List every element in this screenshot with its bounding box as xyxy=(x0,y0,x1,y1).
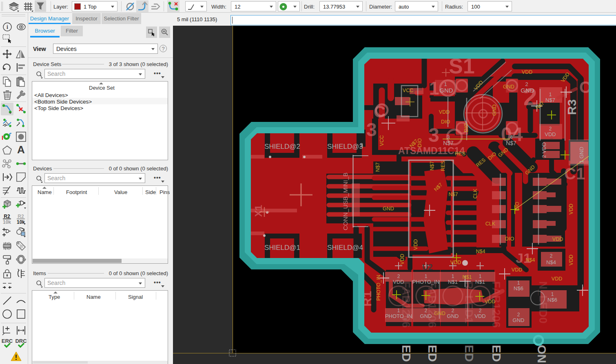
svg-text:N$1: N$1 xyxy=(463,274,472,280)
svg-text:2 VDD: 2 VDD xyxy=(541,142,547,158)
svg-text:1 GND: 1 GND xyxy=(578,147,585,163)
svg-text:FAB1206: FAB1206 xyxy=(490,281,502,328)
svg-text:VCC: VCC xyxy=(379,135,385,146)
svg-text:VDD: VDD xyxy=(522,69,532,75)
svg-text:ED: ED xyxy=(490,345,503,362)
svg-text:GND: GND xyxy=(521,87,534,94)
svg-text:U2: U2 xyxy=(422,263,433,271)
svg-text:GND: GND xyxy=(503,84,514,90)
svg-text:GND: GND xyxy=(492,104,497,116)
svg-text:1: 1 xyxy=(397,308,400,313)
svg-text:N$7: N$7 xyxy=(545,97,555,103)
svg-text:CLK: CLK xyxy=(485,221,496,227)
svg-text:R_LED1: R_LED1 xyxy=(463,281,475,324)
svg-text:1: 1 xyxy=(551,291,554,297)
svg-text:PHOTO_IN: PHOTO_IN xyxy=(376,275,381,301)
svg-text:VDD: VDD xyxy=(399,254,405,265)
svg-text:2: 2 xyxy=(550,253,553,259)
svg-text:VDD: VDD xyxy=(450,260,461,265)
svg-text:2: 2 xyxy=(517,312,520,318)
svg-text:ERC: ERC xyxy=(2,338,13,344)
svg-text:SHIELD@2: SHIELD@2 xyxy=(264,143,300,150)
svg-text:VDD: VDD xyxy=(568,204,574,214)
svg-text:N$7: N$7 xyxy=(375,162,381,172)
svg-text:VCC: VCC xyxy=(403,88,413,93)
svg-text:GND: GND xyxy=(447,313,459,319)
svg-text:SHIELD@4: SHIELD@4 xyxy=(327,244,363,251)
svg-text:R2: R2 xyxy=(18,214,24,219)
svg-text:DIO: DIO xyxy=(505,236,514,242)
svg-text:1: 1 xyxy=(517,280,520,286)
svg-text:1: 1 xyxy=(452,274,454,279)
svg-text:CONN_USB_MINI_B: CONN_USB_MINI_B xyxy=(342,172,349,230)
svg-text:VDD: VDD xyxy=(552,236,563,242)
svg-text:ED: ED xyxy=(400,345,413,362)
svg-text:SHIELD@1: SHIELD@1 xyxy=(264,244,300,251)
svg-text:RES: RES xyxy=(440,161,446,171)
svg-text:R3: R3 xyxy=(565,99,578,115)
svg-text:DIO: DIO xyxy=(441,119,450,125)
svg-text:DIO: DIO xyxy=(463,123,469,132)
svg-text:DIO: DIO xyxy=(514,202,520,211)
svg-text:C1: C1 xyxy=(564,165,585,183)
svg-text:N$7: N$7 xyxy=(429,161,435,170)
svg-text:N$1: N$1 xyxy=(448,279,458,285)
svg-text:FAB1206: FAB1206 xyxy=(400,281,412,328)
svg-text:N$7: N$7 xyxy=(506,140,516,146)
svg-text:VDD: VDD xyxy=(439,109,450,115)
svg-text:FAB1206: FAB1206 xyxy=(426,281,438,328)
svg-text:ON: ON xyxy=(535,345,549,363)
svg-text:VDD: VDD xyxy=(568,255,574,265)
svg-text:GND: GND xyxy=(439,87,453,94)
svg-text:VDD: VDD xyxy=(413,239,419,250)
svg-text:3: 3 xyxy=(447,134,450,140)
svg-text:1: 1 xyxy=(444,81,447,87)
svg-text:N$4: N$4 xyxy=(476,249,485,254)
svg-text:2: 2 xyxy=(479,308,482,313)
svg-text:VDD: VDD xyxy=(512,267,522,273)
svg-text:DRC: DRC xyxy=(16,338,27,344)
svg-text:N$7: N$7 xyxy=(449,192,458,197)
svg-text:2: 2 xyxy=(525,81,528,87)
svg-text:3: 3 xyxy=(428,124,439,146)
svg-text:2: 2 xyxy=(397,274,400,279)
svg-text:N$6: N$6 xyxy=(514,285,523,291)
svg-text:10k: 10k xyxy=(3,219,11,225)
svg-text:VDD: VDD xyxy=(474,313,485,319)
svg-text:i: i xyxy=(7,24,8,30)
svg-text:VDD: VDD xyxy=(552,276,562,282)
svg-text:1: 1 xyxy=(549,92,552,97)
svg-text:1: 1 xyxy=(429,78,439,98)
svg-text:N$1: N$1 xyxy=(475,279,485,285)
svg-text:N_LED0: N_LED0 xyxy=(537,281,549,324)
svg-text:RES: RES xyxy=(455,151,465,157)
svg-text:1: 1 xyxy=(425,274,428,279)
svg-text:R2: R2 xyxy=(4,214,10,219)
svg-text:VDD: VDD xyxy=(545,131,556,137)
svg-text:4: 4 xyxy=(510,134,512,140)
svg-text:3: 3 xyxy=(366,119,377,140)
svg-text:ED: ED xyxy=(463,345,476,362)
svg-text:GND: GND xyxy=(383,206,394,212)
svg-text:1: 1 xyxy=(479,274,482,279)
svg-text:ED: ED xyxy=(426,345,439,362)
svg-text:2: 2 xyxy=(549,126,552,132)
svg-text:2: 2 xyxy=(452,308,454,313)
svg-text:N$4: N$4 xyxy=(526,257,535,263)
svg-text:X1: X1 xyxy=(253,205,264,217)
svg-text:N$7: N$7 xyxy=(443,140,454,146)
svg-text:N$4: N$4 xyxy=(546,259,556,265)
svg-text:CLK: CLK xyxy=(472,188,478,199)
svg-text:10k: 10k xyxy=(17,219,25,225)
svg-text:GND: GND xyxy=(513,317,525,323)
svg-text:A: A xyxy=(17,145,25,155)
svg-text:3: 3 xyxy=(360,141,363,148)
svg-text:SHIELD@3: SHIELD@3 xyxy=(327,143,363,150)
